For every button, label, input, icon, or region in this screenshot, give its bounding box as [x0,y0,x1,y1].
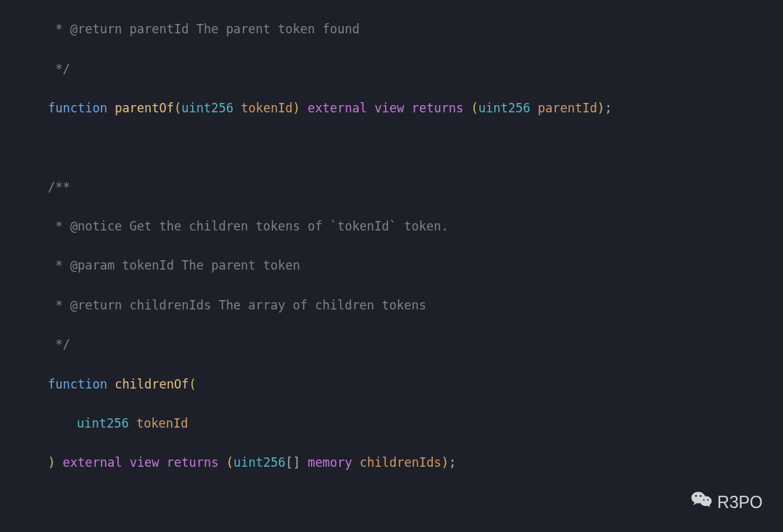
svg-point-2 [695,495,697,497]
code-block: * @return parentId The parent token foun… [0,0,783,532]
watermark: R3PO [691,489,763,516]
code-line: * @param tokenId The parent token [14,256,768,275]
code-line: * @notice Get the children tokens of `to… [14,217,768,236]
code-line: ) external view returns (uint256[] memor… [14,453,768,473]
code-blank [14,138,768,157]
svg-point-3 [700,495,702,497]
wechat-icon [691,489,713,516]
code-blank [14,493,768,512]
watermark-text: R3PO [717,489,763,516]
code-line: */ [14,335,768,354]
svg-point-1 [700,496,712,507]
code-line: function parentOf(uint256 tokenId) exter… [14,99,768,118]
code-line: * @return childrenIds The array of child… [14,296,768,315]
svg-point-5 [708,499,709,501]
code-line: */ [14,59,768,79]
code-line: function childrenOf( [14,375,768,394]
code-line: * @return parentId The parent token foun… [14,20,768,39]
svg-point-4 [703,499,705,501]
code-line: uint256 tokenId [14,414,768,433]
code-line: /** [14,178,768,197]
